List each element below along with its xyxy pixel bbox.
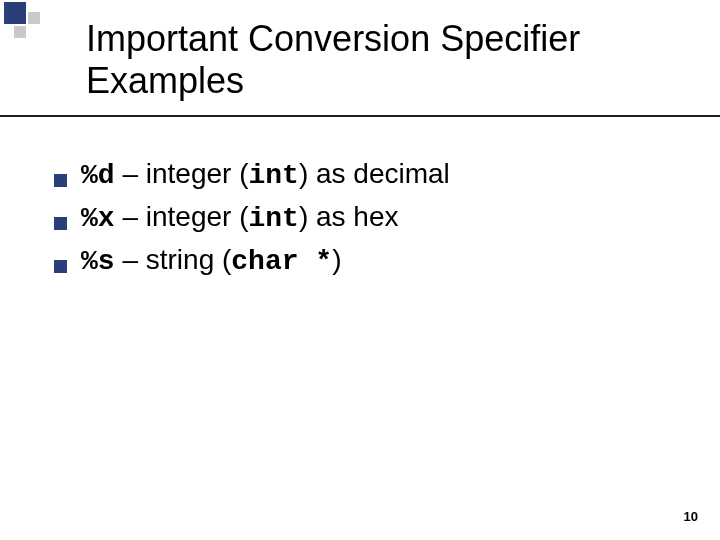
format-specifier: %s [81, 246, 115, 277]
format-specifier: %x [81, 203, 115, 234]
type-name: int [248, 160, 298, 191]
slide-title-line1: Important Conversion Specifier [86, 18, 580, 59]
type-name: char * [231, 246, 332, 277]
list-item: %x – integer (int) as hex [54, 199, 670, 236]
bullet-square-icon [54, 260, 67, 273]
slide-title: Important Conversion Specifier Examples [86, 18, 690, 103]
list-item: %d – integer (int) as decimal [54, 156, 670, 193]
list-item-text: %d – integer (int) as decimal [81, 156, 450, 193]
list-item: %s – string (char *) [54, 242, 670, 279]
corner-decoration [0, 0, 64, 64]
bullet-square-icon [54, 174, 67, 187]
text-segment: ) [332, 244, 341, 275]
text-segment: – integer ( [115, 158, 249, 189]
corner-square-right [28, 12, 40, 24]
format-specifier: %d [81, 160, 115, 191]
corner-square-large [4, 2, 26, 24]
title-underline [0, 115, 720, 117]
corner-square-bottom [14, 26, 26, 38]
list-item-text: %s – string (char *) [81, 242, 341, 279]
type-name: int [248, 203, 298, 234]
slide-title-block: Important Conversion Specifier Examples [86, 18, 690, 103]
slide-title-line2: Examples [86, 60, 244, 101]
text-segment: – integer ( [115, 201, 249, 232]
text-segment: ) as decimal [299, 158, 450, 189]
bullet-list: %d – integer (int) as decimal %x – integ… [54, 156, 670, 285]
bullet-square-icon [54, 217, 67, 230]
text-segment: ) as hex [299, 201, 399, 232]
page-number: 10 [684, 509, 698, 524]
text-segment: – string ( [115, 244, 232, 275]
list-item-text: %x – integer (int) as hex [81, 199, 399, 236]
